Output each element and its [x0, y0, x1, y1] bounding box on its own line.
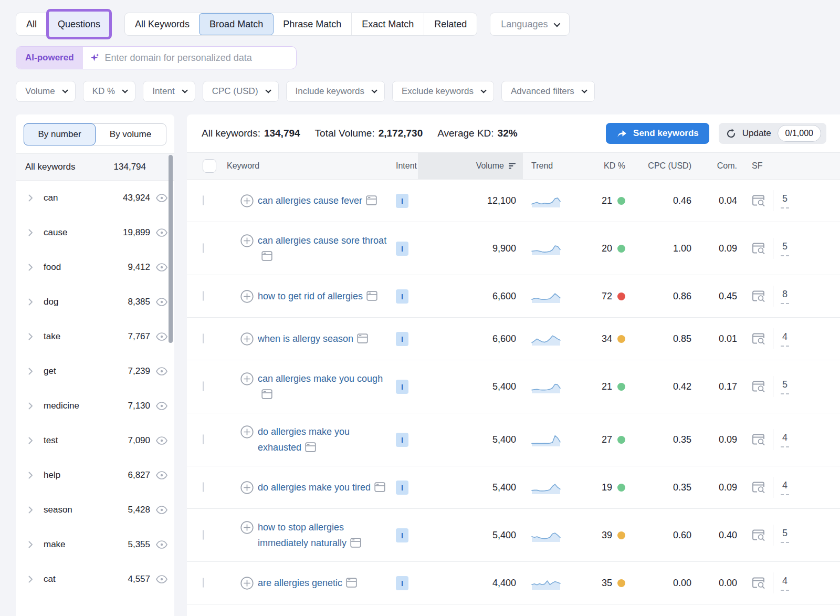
intent-badge[interactable]: I	[396, 481, 408, 495]
eye-icon[interactable]	[155, 332, 168, 341]
keyword-group-item[interactable]: medicine 7,130	[16, 389, 174, 423]
serp-preview-icon[interactable]	[357, 333, 368, 343]
keyword-link[interactable]: do allergies make you tired	[258, 482, 371, 493]
serp-features-icon[interactable]	[752, 381, 765, 393]
send-keywords-button[interactable]: Send keywords	[606, 123, 709, 144]
column-header-volume[interactable]: Volume	[418, 153, 523, 179]
tab-match-type[interactable]: Related	[424, 13, 477, 35]
serp-features-icon[interactable]	[752, 577, 765, 589]
keyword-group-item[interactable]: take 7,767	[16, 319, 174, 354]
languages-dropdown[interactable]: Languages	[490, 13, 570, 36]
serp-preview-icon[interactable]	[261, 389, 272, 399]
sf-count-link[interactable]: 4	[781, 331, 789, 347]
eye-icon[interactable]	[155, 436, 168, 445]
keyword-group-item[interactable]: help 6,827	[16, 458, 174, 493]
keyword-link[interactable]: are allergies genetic	[258, 578, 342, 588]
serp-preview-icon[interactable]	[366, 291, 377, 301]
sf-count-link[interactable]: 5	[781, 379, 789, 394]
intent-badge[interactable]: I	[396, 289, 408, 304]
sf-count-link[interactable]: 5	[781, 241, 789, 256]
serp-features-icon[interactable]	[752, 195, 765, 207]
row-checkbox[interactable]	[203, 434, 204, 444]
keyword-link[interactable]: can allergies make you cough	[258, 373, 383, 384]
serp-features-icon[interactable]	[752, 243, 765, 255]
serp-preview-icon[interactable]	[346, 578, 357, 588]
add-keyword-icon[interactable]	[240, 577, 254, 590]
filter-dropdown[interactable]: Exclude keywords	[392, 81, 494, 102]
tab-match-type[interactable]: All Keywords	[125, 13, 200, 35]
intent-badge[interactable]: I	[396, 528, 408, 542]
filter-dropdown[interactable]: Include keywords	[286, 81, 385, 102]
column-header-kd[interactable]: KD %	[573, 153, 631, 179]
tab-question-filter[interactable]: All	[16, 13, 47, 35]
row-checkbox[interactable]	[203, 482, 204, 492]
keyword-link[interactable]: can allergies cause sore throat	[258, 235, 386, 246]
column-header-intent[interactable]: Intent	[393, 153, 418, 179]
row-checkbox[interactable]	[203, 195, 204, 205]
add-keyword-icon[interactable]	[240, 425, 254, 438]
serp-preview-icon[interactable]	[366, 195, 377, 205]
keyword-link[interactable]: how to get rid of allergies	[258, 291, 363, 301]
sort-by-volume-button[interactable]: By volume	[95, 124, 166, 145]
column-header-trend[interactable]: Trend	[523, 153, 573, 179]
keyword-group-item[interactable]: can 43,924	[16, 181, 174, 215]
filter-dropdown[interactable]: CPC (USD)	[203, 81, 279, 102]
eye-icon[interactable]	[155, 263, 168, 272]
tab-match-type[interactable]: Exact Match	[351, 13, 424, 35]
update-button[interactable]: Update 0/1,000	[719, 123, 826, 144]
filter-dropdown[interactable]: Advanced filters	[501, 81, 595, 102]
filter-dropdown[interactable]: KD %	[83, 81, 135, 102]
intent-badge[interactable]: I	[396, 194, 408, 208]
column-header-cpc[interactable]: CPC (USD)	[631, 153, 694, 179]
eye-icon[interactable]	[155, 575, 168, 583]
add-keyword-icon[interactable]	[240, 481, 254, 494]
tab-match-type[interactable]: Phrase Match	[273, 13, 351, 35]
keyword-group-item[interactable]: test 7,090	[16, 423, 174, 458]
keyword-group-item[interactable]: make 5,355	[16, 527, 174, 562]
row-checkbox[interactable]	[203, 333, 204, 343]
keyword-link[interactable]: can allergies cause fever	[258, 195, 362, 206]
tab-question-filter[interactable]: Questions	[46, 9, 112, 39]
serp-preview-icon[interactable]	[374, 482, 385, 492]
row-checkbox[interactable]	[203, 291, 204, 301]
all-keywords-row[interactable]: All keywords 134,794	[16, 153, 174, 181]
keyword-group-item[interactable]: food 9,412	[16, 250, 174, 285]
column-header-keyword[interactable]: Keyword	[219, 153, 393, 179]
select-all-checkbox[interactable]	[203, 159, 216, 173]
column-header-com[interactable]: Com.	[694, 153, 738, 179]
eye-icon[interactable]	[155, 471, 168, 479]
sf-count-link[interactable]: 4	[781, 432, 789, 447]
keyword-group-item[interactable]: dog 8,385	[16, 285, 174, 319]
serp-features-icon[interactable]	[752, 529, 765, 541]
serp-features-icon[interactable]	[752, 333, 765, 345]
intent-badge[interactable]: I	[396, 242, 408, 256]
add-keyword-icon[interactable]	[240, 372, 254, 385]
add-keyword-icon[interactable]	[240, 332, 254, 346]
row-checkbox[interactable]	[203, 578, 204, 588]
sf-count-link[interactable]: 4	[781, 576, 789, 591]
row-checkbox[interactable]	[203, 530, 204, 540]
intent-badge[interactable]: I	[396, 576, 408, 590]
keyword-link[interactable]: do allergies make you exhausted	[258, 426, 350, 453]
serp-features-icon[interactable]	[752, 290, 765, 302]
keyword-group-item[interactable]: cause 19,899	[16, 215, 174, 250]
keyword-group-item[interactable]: season 5,428	[16, 493, 174, 527]
serp-preview-icon[interactable]	[305, 442, 316, 452]
domain-input[interactable]	[105, 53, 289, 64]
intent-badge[interactable]: I	[396, 380, 408, 394]
row-checkbox[interactable]	[203, 243, 204, 253]
sf-count-link[interactable]: 5	[781, 193, 789, 208]
sort-by-number-button[interactable]: By number	[24, 123, 96, 145]
sidebar-scrollbar[interactable]	[169, 155, 173, 343]
serp-preview-icon[interactable]	[261, 251, 272, 261]
intent-badge[interactable]: I	[396, 433, 408, 447]
eye-icon[interactable]	[155, 402, 168, 410]
keyword-group-item[interactable]: cat 4,557	[16, 562, 174, 597]
add-keyword-icon[interactable]	[240, 290, 254, 303]
eye-icon[interactable]	[155, 506, 168, 514]
tab-match-type[interactable]: Broad Match	[199, 13, 274, 35]
column-header-sf[interactable]: SF	[738, 153, 840, 179]
eye-icon[interactable]	[155, 540, 168, 549]
keyword-link[interactable]: when is allergy season	[258, 333, 353, 344]
filter-dropdown[interactable]: Intent	[143, 81, 195, 102]
